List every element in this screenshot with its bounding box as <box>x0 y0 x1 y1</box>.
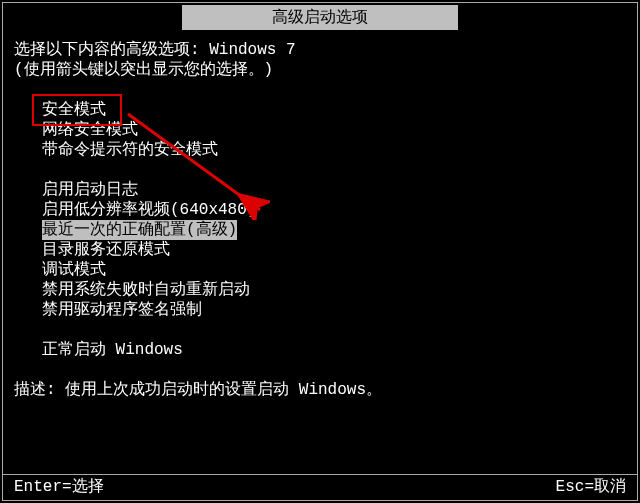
footer-bar: Enter=选择 Esc=取消 <box>14 476 626 497</box>
footer-divider <box>3 474 637 475</box>
option-safe-mode-cmd[interactable]: 带命令提示符的安全模式 <box>14 140 626 160</box>
intro-line-1: 选择以下内容的高级选项: Windows 7 <box>14 40 626 60</box>
spacer <box>14 80 626 100</box>
spacer <box>14 160 626 180</box>
spacer <box>14 320 626 340</box>
option-debug-mode[interactable]: 调试模式 <box>14 260 626 280</box>
footer-enter-hint: Enter=选择 <box>14 476 104 497</box>
option-start-normally[interactable]: 正常启动 Windows <box>14 340 626 360</box>
footer-esc-hint: Esc=取消 <box>556 476 626 497</box>
option-safe-mode-networking[interactable]: 网络安全模式 <box>14 120 626 140</box>
selected-option: 最近一次的正确配置(高级) <box>42 220 237 240</box>
content-area: 选择以下内容的高级选项: Windows 7 (使用箭头键以突出显示您的选择。)… <box>14 40 626 400</box>
title-bar: 高级启动选项 <box>182 5 458 30</box>
spacer <box>14 360 626 380</box>
option-disable-driver-sig[interactable]: 禁用驱动程序签名强制 <box>14 300 626 320</box>
intro-line-2: (使用箭头键以突出显示您的选择。) <box>14 60 626 80</box>
option-disable-auto-restart[interactable]: 禁用系统失败时自动重新启动 <box>14 280 626 300</box>
description-line: 描述: 使用上次成功启动时的设置启动 Windows。 <box>14 380 626 400</box>
option-last-known-good[interactable]: 最近一次的正确配置(高级) <box>14 220 626 240</box>
option-safe-mode[interactable]: 安全模式 <box>14 100 626 120</box>
option-low-res-video[interactable]: 启用低分辨率视频(640x480) <box>14 200 626 220</box>
option-boot-logging[interactable]: 启用启动日志 <box>14 180 626 200</box>
option-ds-restore[interactable]: 目录服务还原模式 <box>14 240 626 260</box>
title-text: 高级启动选项 <box>272 9 368 27</box>
